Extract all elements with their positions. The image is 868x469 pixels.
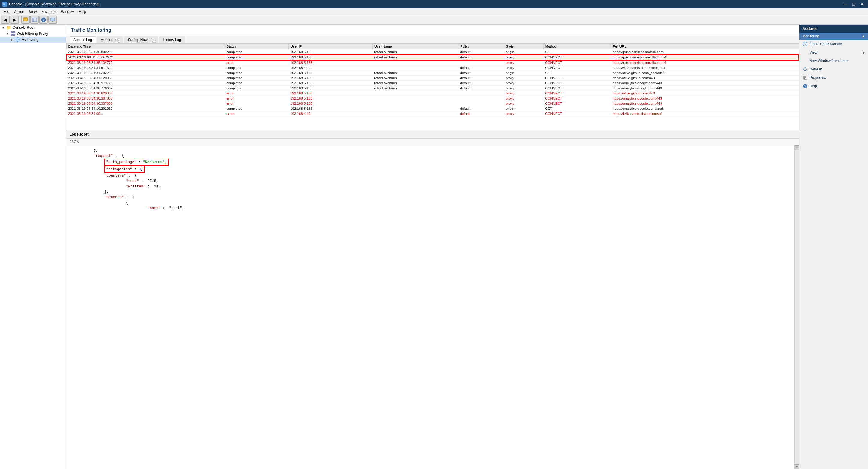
app-icon: C [2, 2, 7, 7]
action-new-window-from-here[interactable]: New Window from Here [799, 57, 868, 65]
cell-method: CONNECT [543, 101, 611, 106]
action-open-traffic-monitor-label: Open Traffic Monitor [809, 42, 842, 46]
cell-style: origin [504, 50, 543, 55]
horizontal-scrollbar[interactable]: ◀ ▶ [66, 130, 799, 130]
help-button[interactable]: ? [39, 16, 48, 24]
actions-header: Actions [799, 25, 868, 33]
cell-url: https://alive.github.com:443 [611, 75, 799, 81]
scroll-right-button[interactable]: ▶ [795, 130, 799, 131]
table-scroll-container[interactable]: Date and Time Status User IP User Name P… [66, 43, 799, 130]
up-button[interactable] [21, 16, 30, 24]
table-row[interactable]: 2021-03-19 08:34:34.917329 completed 192… [66, 65, 799, 70]
cell-status: error [224, 101, 288, 106]
json-scroll-up-button[interactable]: ▲ [795, 146, 799, 150]
table-row[interactable]: 2021-03-19 08:34:10.292017 completed 192… [66, 106, 799, 111]
cell-username [372, 106, 458, 111]
maximize-button[interactable]: □ [850, 1, 857, 7]
table-row[interactable]: 2021-03-19 08:34:35.104772 error 192.168… [66, 60, 799, 65]
action-refresh[interactable]: Refresh [799, 65, 868, 73]
show-hide-button[interactable] [30, 16, 39, 24]
cell-policy [458, 60, 504, 65]
cell-username: rafael.akchurin [372, 75, 458, 81]
monitor-button[interactable] [48, 16, 57, 24]
tab-monitor-log[interactable]: Monitor Log [97, 36, 123, 43]
menu-file[interactable]: File [1, 9, 12, 14]
tab-history-log[interactable]: History Log [159, 36, 185, 43]
menu-window[interactable]: Window [59, 9, 76, 14]
actions-collapse-icon[interactable]: ▲ [861, 34, 865, 38]
cell-method: GET [543, 70, 611, 75]
cell-username [372, 96, 458, 101]
cell-method: CONNECT [543, 60, 611, 65]
cell-style: proxy [504, 81, 543, 86]
json-scroll-down-button[interactable]: ▼ [795, 464, 799, 469]
properties-icon [802, 75, 808, 81]
menu-help[interactable]: Help [76, 9, 89, 14]
json-highlight: "categories" : 0, [104, 166, 145, 173]
menu-favorites[interactable]: Favorites [39, 9, 59, 14]
table-row[interactable]: 2021-03-19 08:34:30.776604 completed 192… [66, 86, 799, 91]
tree-item-console-root[interactable]: ▼ 📁 Console Root [0, 25, 66, 31]
table-row[interactable]: 2021-03-19 08:34:31.120351 completed 192… [66, 75, 799, 81]
table-row[interactable]: 2021-03-19 08:34:30.620352 error 192.168… [66, 91, 799, 96]
cell-url: https://b48.events.data.microsof [611, 111, 799, 116]
json-line: "read" : 2718, [72, 179, 787, 184]
forward-button[interactable]: ▶ [10, 16, 19, 24]
table-row[interactable]: 2021-03-19 08:34:35.839229 completed 192… [66, 50, 799, 55]
window-controls: ─ □ ✕ [842, 1, 866, 7]
monitor-icon [15, 37, 21, 42]
tab-surfing-now-log[interactable]: Surfing Now Log [124, 36, 158, 43]
cell-policy: default [458, 50, 504, 55]
cell-status: completed [224, 75, 288, 81]
json-highlight: "auth_package" : "Kerberos", [104, 159, 168, 166]
cell-status: error [224, 91, 288, 96]
toolbar: ◀ ▶ ? [0, 15, 868, 25]
menu-view[interactable]: View [27, 9, 39, 14]
table-row[interactable]: 2021-03-19 08:34:09... error 192.168.4.4… [66, 111, 799, 116]
tab-access-log[interactable]: Access Log [69, 36, 96, 43]
close-button[interactable]: ✕ [859, 1, 866, 7]
table-row[interactable]: 2021-03-19 08:34:30.307868 error 192.168… [66, 96, 799, 101]
cell-policy: default [458, 81, 504, 86]
json-vertical-scrollbar[interactable]: ▲ ▼ [794, 146, 799, 469]
json-content[interactable]: ▲ ▼ }, "request" : { "auth_package" : "K… [66, 146, 799, 469]
back-button[interactable]: ◀ [1, 16, 9, 24]
tree-item-web-filtering-proxy[interactable]: ▼ Web Filtering Proxy [0, 31, 66, 37]
cell-userip: 192.168.5.185 [288, 81, 372, 86]
json-line: "counters" : { [72, 173, 787, 179]
action-properties[interactable]: Properties [799, 73, 868, 82]
svg-rect-13 [13, 34, 15, 36]
cell-method: CONNECT [543, 91, 611, 96]
cell-url: https://alive.github.com/_sockets/u [611, 70, 799, 75]
cell-status: completed [224, 65, 288, 70]
action-view-label: View [809, 51, 817, 55]
cell-userip: 192.168.4.40 [288, 111, 372, 116]
table-row[interactable]: 2021-03-19 08:34:31.292229 completed 192… [66, 70, 799, 75]
menu-action[interactable]: Action [12, 9, 26, 14]
minimize-button[interactable]: ─ [842, 1, 849, 7]
table-row[interactable]: 2021-03-19 08:34:30.979726 completed 192… [66, 81, 799, 86]
cell-username [372, 65, 458, 70]
tree-item-monitoring[interactable]: ▶ Monitoring [0, 37, 66, 42]
window-title: Console - [Console Root\Web Filtering Pr… [9, 2, 842, 6]
action-open-traffic-monitor[interactable]: Open Traffic Monitor [799, 40, 868, 48]
svg-text:C: C [3, 3, 5, 6]
cell-url: https://analytics.google.com:443 [611, 81, 799, 86]
main-layout: ▼ 📁 Console Root ▼ Web Filtering Proxy ▶… [0, 25, 868, 469]
action-help[interactable]: ? Help [799, 82, 868, 90]
tree-label-web-filtering-proxy: Web Filtering Proxy [17, 31, 48, 36]
grid-icon [10, 31, 16, 36]
svg-marker-18 [805, 67, 806, 68]
cell-datetime: 2021-03-19 08:34:30.979726 [66, 81, 224, 86]
cell-url: https://analytics.google.com:443 [611, 96, 799, 101]
col-url: Full URL [611, 44, 799, 50]
action-view[interactable]: View ▶ [799, 48, 868, 57]
cell-datetime: 2021-03-19 08:34:31.292229 [66, 70, 224, 75]
svg-rect-10 [11, 31, 12, 33]
table-row[interactable]: 2021-03-19 08:34:35.667272 completed 192… [66, 55, 799, 60]
scroll-left-button[interactable]: ◀ [66, 130, 70, 131]
table-row[interactable]: 2021-03-19 08:34:30.307868 error 192.168… [66, 101, 799, 106]
cell-method: CONNECT [543, 86, 611, 91]
col-userip: User IP [288, 44, 372, 50]
svg-line-17 [805, 44, 806, 45]
